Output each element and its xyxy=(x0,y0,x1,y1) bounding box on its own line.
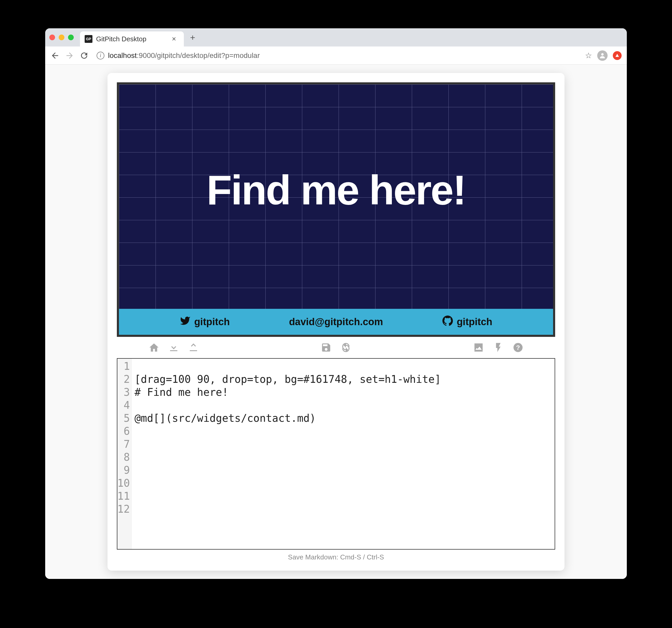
github-label: gitpitch xyxy=(457,316,492,327)
url-host: localhost xyxy=(108,51,137,60)
line-number: 12 xyxy=(117,503,130,515)
save-button[interactable] xyxy=(320,342,332,353)
slide-preview: Find me here! gitpitch david@gitpitch.co… xyxy=(117,82,555,337)
editor-toolbar: ? xyxy=(117,337,555,358)
code-line[interactable] xyxy=(135,450,555,464)
titlebar: GP GitPitch Desktop × + xyxy=(45,28,627,46)
bookmark-button[interactable]: ☆ xyxy=(585,51,592,60)
status-bar: Save Markdown: Cmd-S / Ctrl-S xyxy=(117,550,555,561)
browser-toolbar: i localhost:9000/gitpitch/desktop/edit?p… xyxy=(45,46,627,65)
code-line[interactable] xyxy=(135,360,555,373)
line-number: 3 xyxy=(117,386,130,399)
code-line[interactable]: [drag=100 90, drop=top, bg=#161748, set=… xyxy=(135,373,555,386)
code-line[interactable]: # Find me here! xyxy=(135,386,555,399)
close-tab-button[interactable]: × xyxy=(172,35,176,43)
new-tab-button[interactable]: + xyxy=(190,32,195,43)
email-label: david@gitpitch.com xyxy=(289,316,383,327)
address-bar[interactable]: i localhost:9000/gitpitch/desktop/edit?p… xyxy=(94,51,580,60)
editor-gutter: 123456789101112 xyxy=(117,359,132,549)
line-number: 4 xyxy=(117,399,130,412)
line-number: 6 xyxy=(117,425,130,438)
line-number: 8 xyxy=(117,450,130,464)
contact-twitter: gitpitch xyxy=(180,315,230,329)
refresh-button[interactable] xyxy=(340,342,352,353)
twitter-label: gitpitch xyxy=(194,316,230,327)
github-icon xyxy=(442,315,453,329)
line-number: 1 xyxy=(117,360,130,373)
code-line[interactable] xyxy=(135,399,555,412)
upload-button[interactable] xyxy=(188,342,199,353)
tab-favicon: GP xyxy=(85,35,92,43)
code-line[interactable]: @md[](src/widgets/contact.md) xyxy=(135,412,555,425)
close-window-button[interactable] xyxy=(49,34,55,40)
svg-point-0 xyxy=(601,53,603,55)
window-controls xyxy=(49,34,74,40)
line-number: 11 xyxy=(117,490,130,503)
image-button[interactable] xyxy=(473,342,484,353)
editor-code[interactable]: [drag=100 90, drop=top, bg=#161748, set=… xyxy=(132,359,555,549)
reload-button[interactable] xyxy=(79,51,89,60)
code-line[interactable] xyxy=(135,438,555,450)
contact-email: david@gitpitch.com xyxy=(289,316,383,327)
forward-button[interactable] xyxy=(65,51,74,60)
code-line[interactable] xyxy=(135,425,555,438)
site-info-icon[interactable]: i xyxy=(97,52,104,60)
line-number: 5 xyxy=(117,412,130,425)
code-line[interactable] xyxy=(135,464,555,476)
download-button[interactable] xyxy=(168,342,180,353)
profile-button[interactable] xyxy=(597,50,607,61)
line-number: 9 xyxy=(117,464,130,476)
extension-icon[interactable] xyxy=(613,51,622,60)
maximize-window-button[interactable] xyxy=(68,34,74,40)
help-button[interactable]: ? xyxy=(512,342,524,353)
line-number: 2 xyxy=(117,373,130,386)
back-button[interactable] xyxy=(50,51,60,60)
browser-window: GP GitPitch Desktop × + i localhost:9000… xyxy=(45,28,627,579)
code-line[interactable] xyxy=(135,503,555,515)
app-frame: Find me here! gitpitch david@gitpitch.co… xyxy=(107,73,565,571)
code-line[interactable] xyxy=(135,490,555,503)
browser-tab[interactable]: GP GitPitch Desktop × xyxy=(80,31,184,46)
twitter-icon xyxy=(180,315,191,329)
content-area: Find me here! gitpitch david@gitpitch.co… xyxy=(45,65,627,579)
minimize-window-button[interactable] xyxy=(59,34,65,40)
contact-github: gitpitch xyxy=(442,315,492,329)
tab-title: GitPitch Desktop xyxy=(96,35,168,43)
slide-background: Find me here! xyxy=(119,85,553,309)
line-number: 10 xyxy=(117,476,130,490)
home-button[interactable] xyxy=(148,342,160,353)
svg-text:?: ? xyxy=(516,344,520,351)
slide-heading: Find me here! xyxy=(207,166,465,214)
slide-footer: gitpitch david@gitpitch.com gitpitch xyxy=(119,309,553,335)
code-editor[interactable]: 123456789101112 [drag=100 90, drop=top, … xyxy=(117,358,555,550)
flash-button[interactable] xyxy=(492,342,504,353)
url-path: :9000/gitpitch/desktop/edit?p=modular xyxy=(137,51,260,60)
code-line[interactable] xyxy=(135,476,555,490)
line-number: 7 xyxy=(117,438,130,450)
